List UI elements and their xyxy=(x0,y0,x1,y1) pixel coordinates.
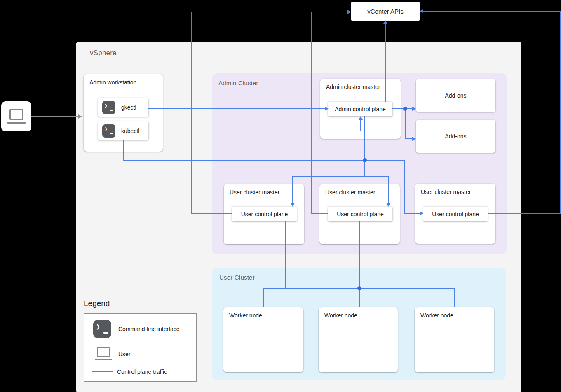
edge-vcenter-left-rail xyxy=(191,12,348,12)
arrowhead-into-user-control-plane-2 xyxy=(386,203,390,207)
edge-junction-down xyxy=(364,160,365,177)
user-box xyxy=(1,101,31,131)
arrowhead-into-user-control-plane-3 xyxy=(420,211,423,215)
edge-down-to-worker-1 xyxy=(263,288,264,307)
edge-ucp1-left-connector xyxy=(191,213,232,214)
worker-node-box-2: Worker node xyxy=(319,307,398,372)
worker-node-box-3: Worker node xyxy=(415,307,494,372)
edge-down-to-ucp1 xyxy=(292,176,293,203)
edge-kubectl-up-segment xyxy=(360,119,361,131)
arrowhead-user-to-workstation xyxy=(78,114,82,119)
worker-node-title: Worker node xyxy=(324,312,357,319)
edge-vcenter-right-rail xyxy=(423,11,561,12)
edge-ucp-top-rail xyxy=(292,176,389,177)
worker-node-box-1: Worker node xyxy=(223,307,303,372)
edge-down-to-ucp3 xyxy=(404,160,405,214)
edge-into-ucp3 xyxy=(404,213,420,214)
user-cluster-master-title: User cluster master xyxy=(230,189,279,196)
user-control-plane-label: User control plane xyxy=(337,211,384,217)
user-control-plane-chip-1: User control plane xyxy=(232,207,297,221)
legend-user-label: User xyxy=(118,351,131,357)
arrowhead-into-admin-control-plane-left xyxy=(325,107,329,111)
edge-gkectl-to-admin-control-plane xyxy=(148,108,326,109)
architecture-diagram: vSphere vCenter APIs Admin workstation ❯… xyxy=(0,0,561,392)
edge-addons-down-segment xyxy=(405,108,406,139)
edge-admin-control-plane-to-vcenter xyxy=(385,23,386,102)
edge-admin-control-plane-down xyxy=(364,116,365,160)
kubectl-label: kubectl xyxy=(121,128,139,134)
vcenter-apis-label: vCenter APIs xyxy=(351,2,420,21)
arrowhead-into-addons-1 xyxy=(412,107,416,111)
arrowhead-into-admin-control-plane-bottom xyxy=(359,116,363,120)
vsphere-label: vSphere xyxy=(90,49,117,57)
junction-dot-admin xyxy=(363,158,367,162)
legend-title: Legend xyxy=(84,299,110,308)
edge-to-addons-2 xyxy=(405,138,413,139)
worker-node-title: Worker node xyxy=(229,312,262,319)
gkectl-box: ❯ gkectl xyxy=(98,98,148,117)
arrowhead-into-vcenter-left xyxy=(347,10,351,14)
admin-workstation-title: Admin workstation xyxy=(89,79,136,86)
user-control-plane-label: User control plane xyxy=(241,211,288,217)
arrowhead-into-vcenter-right xyxy=(420,9,423,13)
terminal-icon: ❯ xyxy=(102,124,115,138)
user-control-plane-chip-2: User control plane xyxy=(328,207,392,221)
addons-label: Add-ons xyxy=(416,120,495,153)
edge-ucp2-down xyxy=(359,221,360,307)
edge-ucp2-left-connector xyxy=(311,213,328,214)
arrowhead-into-addons-2 xyxy=(412,137,416,141)
terminal-icon: ❯ xyxy=(102,101,115,114)
junction-dot-workers xyxy=(357,286,361,290)
control-plane-line-icon xyxy=(92,371,113,372)
edge-ucp1-down xyxy=(285,221,286,289)
admin-cluster-master-title: Admin cluster master xyxy=(326,84,380,90)
edge-down-to-worker-3 xyxy=(454,288,455,307)
edge-kubectl-to-admin-control-plane xyxy=(148,131,361,131)
addons-box-2: Add-ons xyxy=(416,120,495,153)
user-laptop-icon xyxy=(7,109,26,124)
edge-down-to-ucp2 xyxy=(388,176,389,203)
terminal-icon: ❯ xyxy=(93,320,111,338)
edge-kubectl-down xyxy=(123,140,124,160)
addons-box-1: Add-ons xyxy=(416,79,495,112)
arrowhead-into-user-control-plane-1 xyxy=(291,203,295,207)
kubectl-box: ❯ kubectl xyxy=(98,121,148,140)
arrowhead-into-vcenter-bottom xyxy=(383,20,387,24)
legend-box: ❯ Command-line interface User Control pl… xyxy=(84,313,197,382)
user-control-plane-chip-3: User control plane xyxy=(423,207,488,221)
user-cluster-master-title: User cluster master xyxy=(421,189,471,195)
edge-ucp3-down xyxy=(437,221,437,289)
user-cluster-master-title: User cluster master xyxy=(325,189,375,196)
legend-item-traffic: Control plane traffic xyxy=(92,369,167,375)
admin-cluster-label: Admin Cluster xyxy=(218,79,258,86)
legend-cli-label: Command-line interface xyxy=(118,326,180,332)
admin-control-plane-chip: Admin control plane xyxy=(328,102,392,116)
legend-traffic-label: Control plane traffic xyxy=(117,369,167,375)
admin-control-plane-label: Admin control plane xyxy=(335,106,386,112)
legend-item-cli: ❯ Command-line interface xyxy=(93,320,180,338)
edge-ucp2-vcenter-vertical xyxy=(311,12,312,214)
user-cluster-label: User Cluster xyxy=(219,274,255,281)
junction-dot-addons xyxy=(403,107,407,111)
vcenter-apis-box: vCenter APIs xyxy=(351,2,420,21)
laptop-icon xyxy=(95,347,112,361)
edge-right-rail-vertical xyxy=(560,11,561,214)
legend-item-user: User xyxy=(95,347,131,361)
edge-user-to-workstation xyxy=(31,116,79,117)
edge-ucp3-right-connector xyxy=(488,213,561,214)
edge-junction-right xyxy=(365,160,405,161)
worker-node-title: Worker node xyxy=(420,312,453,319)
user-control-plane-label: User control plane xyxy=(432,211,479,217)
edge-ucp1-vcenter-vertical xyxy=(191,12,192,214)
edge-kubectl-across xyxy=(123,160,365,161)
gkectl-label: gkectl xyxy=(121,104,136,111)
addons-label: Add-ons xyxy=(416,79,495,112)
